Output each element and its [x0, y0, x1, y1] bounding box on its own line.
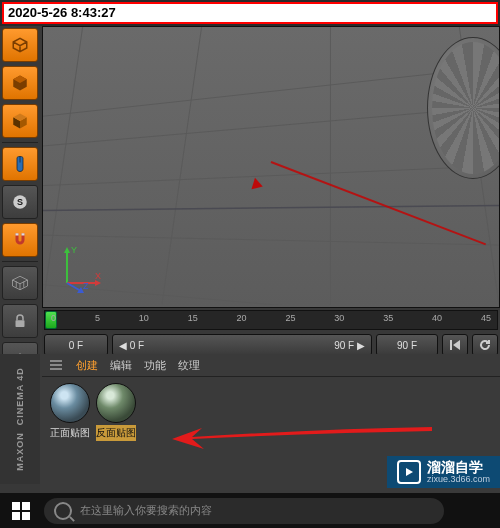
svg-text:S: S	[17, 197, 23, 207]
goto-start-icon	[449, 339, 461, 351]
axis-y-label: Y	[71, 245, 77, 255]
timeline-ruler[interactable]: 051015202530354045	[44, 310, 498, 330]
frame-range-slider[interactable]: ◀ 0 F 90 F ▶	[112, 334, 372, 356]
refresh-icon	[479, 339, 491, 351]
object-mode-button[interactable]	[2, 66, 38, 100]
timestamp-overlay: 2020-5-26 8:43:27	[2, 2, 498, 24]
svg-marker-23	[453, 340, 460, 350]
svg-line-9	[43, 235, 499, 245]
snap-tool-button[interactable]: S	[2, 185, 38, 219]
menu-edit[interactable]: 编辑	[110, 358, 132, 373]
svg-rect-3	[16, 233, 19, 235]
watermark-url: zixue.3d66.com	[427, 474, 490, 484]
toolbar-divider	[2, 142, 38, 143]
svg-marker-24	[406, 468, 413, 476]
app-window: S	[0, 26, 500, 528]
timeline-ticks: 051015202530354045	[45, 311, 497, 329]
cube-outline-icon	[11, 36, 29, 54]
watermark-badge: 溜溜自学 zixue.3d66.com	[387, 456, 500, 488]
mouse-icon	[11, 155, 29, 173]
toolbar-divider-2	[2, 261, 38, 262]
windows-taskbar: 在这里输入你要搜索的内容	[0, 493, 500, 528]
material-label: 正面贴图	[50, 425, 90, 441]
perspective-viewport[interactable]: Y X Z	[42, 26, 500, 308]
panel-grip-icon[interactable]	[50, 360, 62, 370]
magnet-icon	[11, 231, 29, 249]
maxon-label: MAXON	[15, 432, 25, 471]
axis-gizmo[interactable]: Y X Z	[55, 243, 105, 293]
svg-marker-17	[64, 247, 70, 253]
material-slot-front[interactable]: 正面贴图	[50, 383, 90, 441]
current-frame-field[interactable]: 0 F	[44, 334, 108, 356]
menu-function[interactable]: 功能	[144, 358, 166, 373]
svg-rect-4	[22, 233, 25, 235]
menu-texture[interactable]: 纹理	[178, 358, 200, 373]
timeline-panel: 051015202530354045 0 F ◀ 0 F 90 F ▶ 90 F	[42, 308, 500, 354]
end-frame-field[interactable]: 90 F	[376, 334, 438, 356]
svg-line-10	[43, 285, 499, 305]
menu-create[interactable]: 创建	[76, 358, 98, 373]
material-preview-sphere	[96, 383, 136, 423]
magnet-tool-button[interactable]	[2, 223, 38, 257]
lock-workplane-button[interactable]	[2, 304, 38, 338]
s-circle-icon: S	[11, 193, 29, 211]
taskbar-search[interactable]: 在这里输入你要搜索的内容	[44, 498, 444, 524]
svg-rect-22	[450, 340, 452, 350]
axis-x-label: X	[95, 271, 101, 281]
product-label: CINEMA 4D	[15, 367, 25, 425]
material-preview-sphere	[50, 383, 90, 423]
material-label: 反面贴图	[96, 425, 136, 441]
search-placeholder: 在这里输入你要搜索的内容	[80, 503, 212, 518]
watermark-title: 溜溜自学	[427, 460, 490, 474]
svg-line-15	[43, 205, 499, 210]
workplane-button[interactable]	[2, 266, 38, 300]
axis-z-label: Z	[83, 281, 89, 291]
branding-strip: MAXON CINEMA 4D	[0, 354, 40, 484]
windows-logo-icon	[12, 502, 30, 520]
svg-line-8	[43, 166, 499, 186]
material-slot-back[interactable]: 反面贴图	[96, 383, 136, 441]
annotation-arrow	[172, 425, 432, 449]
range-end-label: 90 F ▶	[334, 340, 365, 351]
cube-shaded-icon	[11, 112, 29, 130]
material-menu-bar: 创建 编辑 功能 纹理	[42, 354, 500, 377]
lock-icon	[11, 312, 29, 330]
viewport-grid	[43, 27, 499, 305]
mouse-tool-button[interactable]	[2, 147, 38, 181]
svg-line-20	[67, 283, 81, 291]
model-mode-button[interactable]	[2, 28, 38, 62]
svg-rect-5	[16, 320, 25, 327]
timeline-controls: 0 F ◀ 0 F 90 F ▶ 90 F	[42, 334, 500, 356]
svg-line-12	[162, 27, 202, 305]
grid-icon	[11, 274, 29, 292]
goto-start-button[interactable]	[442, 334, 468, 356]
edge-mode-button[interactable]	[2, 104, 38, 138]
search-icon	[54, 502, 72, 520]
range-start-label: ◀ 0 F	[119, 340, 144, 351]
cube-solid-icon	[11, 74, 29, 92]
start-button[interactable]	[6, 497, 36, 525]
refresh-button[interactable]	[472, 334, 498, 356]
play-circle-icon	[397, 460, 421, 484]
